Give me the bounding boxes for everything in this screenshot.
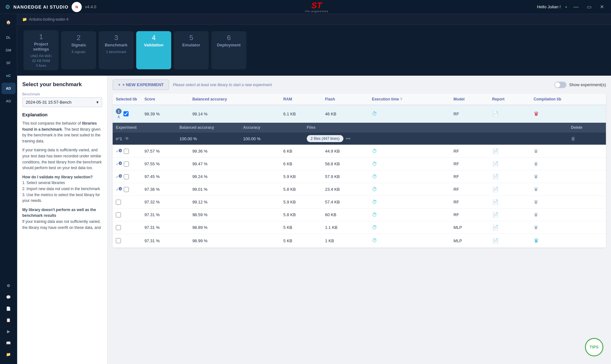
- execution-time-info-icon[interactable]: ?: [400, 97, 402, 101]
- explanation-para-3: How do I validate my library selection? …: [22, 174, 102, 204]
- eye-icon[interactable]: 👁: [125, 136, 129, 141]
- row-9-selected-lib: [113, 234, 141, 248]
- sidebar-item-home[interactable]: 🏠: [2, 17, 16, 28]
- crown-gray-icon: ♛: [534, 148, 538, 154]
- step-5-card[interactable]: 5 Emulator: [174, 31, 209, 69]
- sidebar-item-dl[interactable]: DL: [2, 32, 16, 43]
- sidebar-item-log[interactable]: 📋: [2, 314, 16, 326]
- col-compilation-lib: Compilation lib: [530, 94, 606, 105]
- row-9-checkbox[interactable]: [116, 238, 121, 243]
- exp-row-num: n°1 👁: [116, 136, 179, 141]
- exp-row-files: 2 files (447 lines) •••: [307, 135, 571, 142]
- close-button[interactable]: ✕: [598, 3, 606, 10]
- file-icon[interactable]: 📄: [492, 174, 499, 179]
- row-3-checkbox[interactable]: [124, 161, 129, 167]
- row-6-checkbox[interactable]: [116, 200, 121, 205]
- maximize-button[interactable]: ▭: [585, 3, 593, 10]
- sidebar-item-nc[interactable]: nC: [2, 70, 16, 81]
- row-6-exec-time: ⏱: [369, 196, 450, 209]
- sidebar-item-settings[interactable]: ⚙: [2, 280, 16, 292]
- row-5-report: 📄: [489, 183, 530, 196]
- toolbar-hint: Please select at least one library to st…: [173, 83, 272, 87]
- row-1-checkbox[interactable]: [123, 111, 129, 116]
- expanded-row-1: Experiment Balanced accuracy Accuracy Fi…: [113, 123, 606, 145]
- row-9-balanced-acc: 98.99 %: [189, 234, 280, 248]
- row-2-score: 97.57 %: [141, 145, 189, 158]
- step-1-card[interactable]: 1 Projectsettings UNO R4 WiFi 32 KB RAM …: [24, 30, 59, 70]
- chevron-up-icon[interactable]: ∧: [117, 114, 120, 119]
- file-icon[interactable]: 📄: [492, 212, 499, 217]
- benchmark-select[interactable]: 2024-05-31 15:57-Bench ▾: [22, 97, 102, 107]
- row-6-balanced-acc: 99.12 %: [189, 196, 280, 209]
- main-area: Select your benchmark Benchmark 2024-05-…: [17, 76, 611, 364]
- row-4-selected-lib: ✓1: [113, 170, 141, 183]
- table-row: 97.31 % 98.99 % 5 KB 1 KB ⏱ MLP 📄 ♛: [113, 234, 606, 248]
- step-4-card[interactable]: 4 Validation: [136, 31, 171, 69]
- exp-col-experiment: Experiment: [116, 125, 179, 130]
- exp-col-files: Files: [307, 125, 571, 130]
- plus-icon: +: [118, 82, 121, 87]
- row-4-balanced-acc: 99.24 %: [189, 170, 280, 183]
- row-6-model: RF: [450, 196, 489, 209]
- step-1-num: 1: [39, 33, 43, 40]
- step-6-card[interactable]: 6 Deployment: [211, 31, 246, 69]
- step-4-label: Validation: [144, 43, 163, 48]
- sidebar-item-dm[interactable]: DM: [2, 45, 16, 56]
- row-5-checkbox[interactable]: [124, 187, 129, 192]
- file-icon[interactable]: 📄: [492, 187, 499, 192]
- step-3-sub: 1 benchmark: [106, 50, 126, 54]
- app-version: v4.4.0: [85, 4, 96, 9]
- explanation-title: Explanation: [22, 112, 102, 117]
- minimize-button[interactable]: —: [572, 3, 580, 10]
- table-row: 97.31 % 98.59 % 5.8 KB 60 KB ⏱ RF 📄 ♛: [113, 209, 606, 221]
- sidebar-item-book[interactable]: 📖: [2, 337, 16, 349]
- col-report: Report: [489, 94, 530, 105]
- sidebar-item-folder[interactable]: 📁: [2, 349, 16, 360]
- sidebar-item-chat[interactable]: 💬: [2, 292, 16, 303]
- sidebar-item-ad2[interactable]: AD: [2, 95, 16, 107]
- tips-button[interactable]: TIPS: [585, 338, 603, 356]
- step-1-label: Projectsettings: [33, 42, 49, 52]
- row-8-flash: 1.1 KB: [322, 221, 369, 234]
- row-6-ram: 5.9 KB: [280, 196, 322, 209]
- sidebar-bottom: ⚙ 💬 📄 📋 ▶ 📖 📁: [2, 280, 16, 360]
- file-icon[interactable]: 📄: [492, 238, 499, 244]
- file-icon[interactable]: 📄: [492, 148, 499, 154]
- table-row: ✓1 97.45 % 99.24 % 5.9 KB 57.9 KB ⏱ RF 📄…: [113, 170, 606, 183]
- row-2-checkbox[interactable]: [124, 149, 129, 154]
- step-3-label: Benchmark: [105, 43, 128, 48]
- step-3-card[interactable]: 3 Benchmark 1 benchmark: [99, 31, 134, 69]
- row-4-checkbox[interactable]: [124, 174, 129, 179]
- crown-red-icon: ♛: [534, 111, 539, 117]
- row-4-report: 📄: [489, 170, 530, 183]
- sidebar-item-file[interactable]: 📄: [2, 303, 16, 314]
- sidebar-item-terminal[interactable]: ▶: [2, 326, 16, 337]
- crown-blue-icon: ♛: [534, 237, 539, 244]
- file-icon[interactable]: 📄: [492, 199, 499, 205]
- exp-col-accuracy: Accuracy: [243, 125, 307, 130]
- file-icon[interactable]: 📄: [492, 225, 499, 230]
- row-7-checkbox[interactable]: [116, 212, 121, 217]
- explanation-para-1: This tool compares the behavior of libra…: [22, 120, 102, 144]
- benchmark-table: Selected lib Score Balanced accuracy RAM: [113, 94, 606, 248]
- trash-icon[interactable]: 🗑: [571, 136, 575, 141]
- row-1-exec-time: ⏱: [369, 105, 450, 123]
- table-container: Selected lib Score Balanced accuracy RAM: [108, 94, 611, 364]
- sidebar-item-sf[interactable]: SF: [2, 57, 16, 69]
- new-experiment-button[interactable]: + + NEW EXPERIMENT: [113, 79, 169, 90]
- show-experiments-toggle[interactable]: [554, 82, 566, 88]
- col-flash: Flash: [322, 94, 369, 105]
- sidebar-item-ad1[interactable]: AD: [2, 83, 16, 94]
- dots-icon[interactable]: •••: [346, 136, 351, 141]
- row-8-checkbox[interactable]: [116, 225, 121, 230]
- file-icon[interactable]: 📄: [492, 161, 499, 167]
- step-2-card[interactable]: 2 Signals 6 signals: [61, 31, 96, 69]
- clock-icon: ⏱: [372, 111, 377, 116]
- settings-icon: ⚙: [5, 3, 10, 10]
- topbar-center: ST life.augmented: [305, 1, 328, 13]
- row-3-balanced-acc: 99.47 %: [189, 158, 280, 170]
- logo-inner: N: [75, 5, 78, 9]
- crown-gray-icon: ♛: [534, 199, 538, 205]
- file-icon[interactable]: 📄: [492, 111, 499, 117]
- row-5-model: RF: [450, 183, 489, 196]
